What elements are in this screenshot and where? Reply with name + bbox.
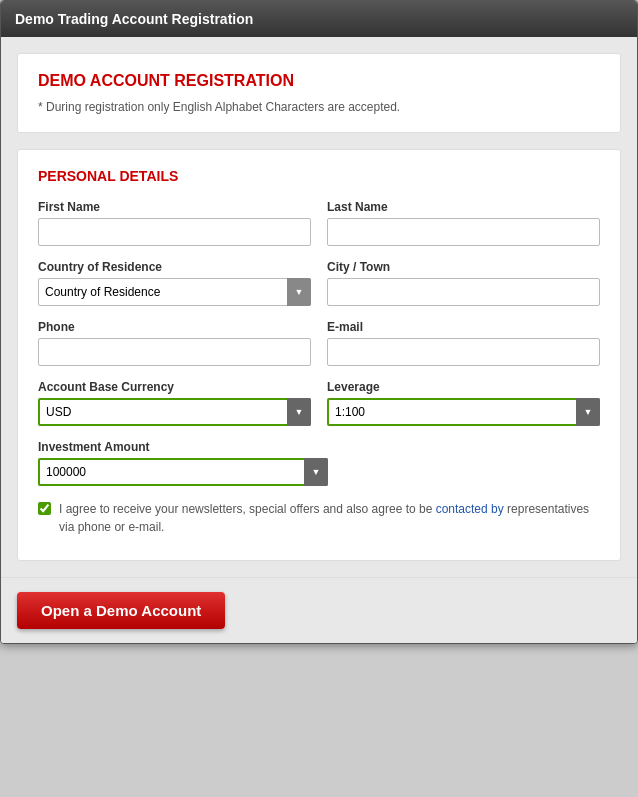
footer-area: Open a Demo Account [1, 577, 637, 643]
country-group: Country of Residence Country of Residenc… [38, 260, 311, 306]
phone-label: Phone [38, 320, 311, 334]
phone-email-row: Phone E-mail [38, 320, 600, 366]
country-city-row: Country of Residence Country of Residenc… [38, 260, 600, 306]
currency-leverage-row: Account Base Currency USD EUR GBP Levera… [38, 380, 600, 426]
email-label: E-mail [327, 320, 600, 334]
last-name-group: Last Name [327, 200, 600, 246]
email-input[interactable] [327, 338, 600, 366]
info-box-notice: * During registration only English Alpha… [38, 100, 600, 114]
open-account-button[interactable]: Open a Demo Account [17, 592, 225, 629]
info-box: DEMO ACCOUNT REGISTRATION * During regis… [17, 53, 621, 133]
currency-select-wrapper: USD EUR GBP [38, 398, 311, 426]
city-input[interactable] [327, 278, 600, 306]
investment-label: Investment Amount [38, 440, 328, 454]
country-select[interactable]: Country of Residence United States Unite… [38, 278, 311, 306]
leverage-label: Leverage [327, 380, 600, 394]
name-row: First Name Last Name [38, 200, 600, 246]
country-select-wrapper: Country of Residence United States Unite… [38, 278, 311, 306]
first-name-input[interactable] [38, 218, 311, 246]
leverage-select-wrapper: 1:100 1:200 1:500 [327, 398, 600, 426]
leverage-select[interactable]: 1:100 1:200 1:500 [327, 398, 600, 426]
section-title: PERSONAL DETAILS [38, 168, 600, 184]
currency-select[interactable]: USD EUR GBP [38, 398, 311, 426]
city-label: City / Town [327, 260, 600, 274]
first-name-group: First Name [38, 200, 311, 246]
investment-row: Investment Amount 100000 50000 10000 [38, 440, 600, 486]
last-name-label: Last Name [327, 200, 600, 214]
info-box-heading: DEMO ACCOUNT REGISTRATION [38, 72, 600, 90]
contacted-by-link[interactable]: contacted by [436, 502, 504, 516]
investment-select[interactable]: 100000 50000 10000 [38, 458, 328, 486]
city-group: City / Town [327, 260, 600, 306]
agreement-row: I agree to receive your newsletters, spe… [38, 500, 600, 536]
currency-group: Account Base Currency USD EUR GBP [38, 380, 311, 426]
registration-form: PERSONAL DETAILS First Name Last Name Co… [17, 149, 621, 561]
content-area: DEMO ACCOUNT REGISTRATION * During regis… [1, 37, 637, 577]
currency-label: Account Base Currency [38, 380, 311, 394]
window-title: Demo Trading Account Registration [15, 11, 253, 27]
last-name-input[interactable] [327, 218, 600, 246]
country-label: Country of Residence [38, 260, 311, 274]
phone-input[interactable] [38, 338, 311, 366]
agreement-checkbox[interactable] [38, 502, 51, 515]
phone-group: Phone [38, 320, 311, 366]
main-window: Demo Trading Account Registration DEMO A… [0, 0, 638, 644]
email-group: E-mail [327, 320, 600, 366]
title-bar: Demo Trading Account Registration [1, 1, 637, 37]
investment-group: Investment Amount 100000 50000 10000 [38, 440, 328, 486]
first-name-label: First Name [38, 200, 311, 214]
agreement-label: I agree to receive your newsletters, spe… [59, 500, 600, 536]
investment-select-wrapper: 100000 50000 10000 [38, 458, 328, 486]
leverage-group: Leverage 1:100 1:200 1:500 [327, 380, 600, 426]
